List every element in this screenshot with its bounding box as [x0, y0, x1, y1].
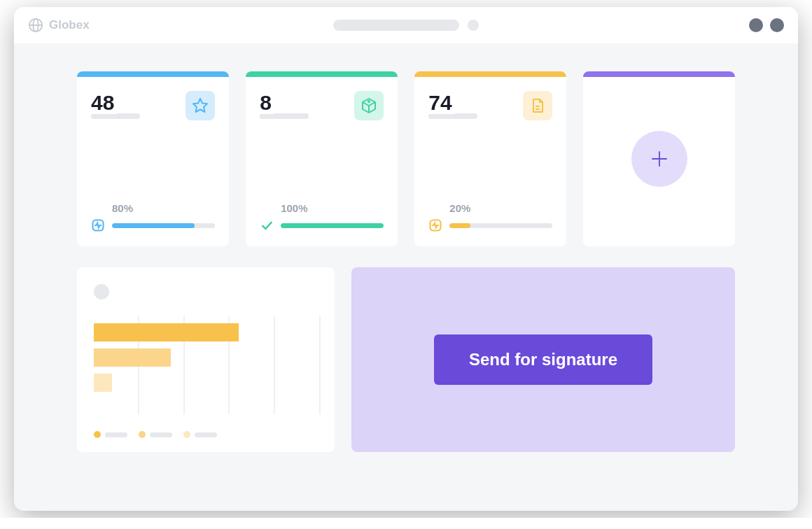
metric-icon-badge [186, 91, 215, 120]
legend-label-placeholder [150, 432, 172, 437]
add-card[interactable] [583, 71, 735, 246]
legend-item [94, 431, 127, 438]
progress-track [449, 223, 552, 228]
window-controls [749, 18, 784, 32]
legend-dot [183, 431, 190, 438]
cta-panel: Send for signature [351, 267, 735, 452]
window-control-2[interactable] [770, 18, 784, 32]
legend-label-placeholder [195, 432, 217, 437]
chart-bars [94, 323, 321, 392]
legend-dot [94, 431, 101, 438]
card-accent [77, 71, 229, 77]
chart-header-dot [94, 284, 109, 299]
progress-label: 80% [112, 202, 215, 214]
legend-label-placeholder [105, 432, 127, 437]
progress-row [428, 218, 552, 232]
chart-header [94, 284, 321, 299]
metric-icon-badge [523, 91, 552, 120]
legend-item [139, 431, 172, 438]
metric-value: 74 [428, 91, 454, 114]
globe-icon [28, 17, 43, 33]
window-control-1[interactable] [749, 18, 763, 32]
progress-label: 100% [281, 202, 384, 214]
svg-point-4 [368, 101, 370, 102]
progress-row [260, 218, 384, 232]
metric-card[interactable]: 7420% [414, 71, 566, 246]
progress-fill [281, 223, 384, 228]
status-icon [260, 218, 274, 232]
brand-group: Globex [28, 17, 90, 33]
legend-dot [139, 431, 146, 438]
metric-icon-badge [354, 91, 384, 120]
svg-marker-2 [193, 99, 207, 112]
chart-bar [94, 374, 112, 392]
card-bottom: 100% [260, 202, 384, 232]
progress-row [91, 218, 215, 232]
chart-bar [94, 323, 239, 341]
titlebar-center [333, 20, 479, 31]
titlebar-small-dot [468, 20, 479, 31]
metric-card[interactable]: 8100% [246, 71, 398, 246]
app-window: Globex 4880%8100%7420% Send for signatur… [14, 7, 798, 511]
metric-underline [428, 113, 477, 119]
progress-label: 20% [449, 202, 552, 214]
card-bottom: 80% [91, 202, 215, 232]
chart-body [94, 316, 321, 414]
metric-underline [91, 113, 140, 119]
content-area: 4880%8100%7420% Send for signature [14, 43, 798, 473]
progress-fill [449, 223, 470, 228]
add-button[interactable] [631, 131, 687, 187]
bottom-row: Send for signature [77, 267, 735, 452]
metric-card[interactable]: 4880% [77, 71, 229, 246]
status-icon [91, 218, 105, 232]
progress-fill [112, 223, 195, 228]
status-icon [428, 218, 442, 232]
metric-underline [260, 113, 309, 119]
metric-value: 8 [260, 91, 274, 114]
metric-value: 48 [91, 91, 117, 114]
send-for-signature-button[interactable]: Send for signature [434, 334, 652, 385]
address-bar-placeholder[interactable] [333, 20, 459, 31]
plus-icon [649, 148, 670, 169]
progress-track [112, 223, 215, 228]
metric-cards-row: 4880%8100%7420% [77, 71, 735, 246]
chart-legend [94, 423, 321, 438]
chart-card [77, 267, 335, 452]
card-accent [246, 71, 398, 77]
progress-track [281, 223, 384, 228]
card-accent [414, 71, 566, 77]
card-top: 74 [428, 91, 552, 120]
chart-bar [94, 348, 171, 367]
brand-name: Globex [49, 18, 90, 32]
card-top: 48 [91, 91, 215, 120]
card-accent [583, 71, 735, 77]
card-bottom: 20% [428, 202, 552, 232]
titlebar: Globex [14, 7, 798, 43]
card-top: 8 [260, 91, 384, 120]
legend-item [183, 431, 217, 438]
